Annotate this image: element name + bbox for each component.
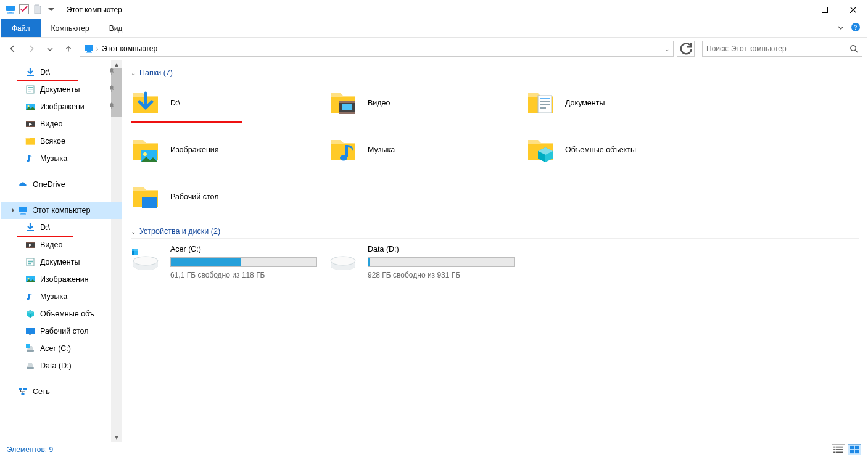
sidebar-item-label: Data (D:) bbox=[40, 361, 72, 370]
forward-button[interactable] bbox=[24, 41, 39, 56]
sidebar-item-label: Видео bbox=[40, 120, 63, 128]
folder-icon bbox=[131, 88, 160, 118]
drive-free-text: 61,1 ГБ свободно из 118 ГБ bbox=[170, 271, 317, 279]
folder-item[interactable]: Изображения bbox=[131, 133, 328, 167]
folder-item[interactable]: Музыка bbox=[328, 133, 526, 167]
sidebar-thispc-child[interactable]: Музыка bbox=[1, 288, 122, 305]
music-icon bbox=[25, 154, 35, 163]
view-large-icons-button[interactable] bbox=[848, 444, 861, 455]
qat-file-icon[interactable] bbox=[33, 4, 43, 16]
folders-group-header[interactable]: ⌄ Папки (7) bbox=[131, 66, 859, 80]
sidebar-item-label: Видео bbox=[40, 241, 63, 249]
folder-icon bbox=[25, 136, 35, 146]
folder-icon bbox=[328, 135, 358, 165]
main-content: ⌄ Папки (7) D:\ Видео Документы Изображе… bbox=[122, 60, 867, 442]
help-icon[interactable] bbox=[851, 23, 860, 33]
address-bar[interactable]: › Этот компьютер ⌄ bbox=[80, 41, 674, 57]
qat-properties-icon[interactable] bbox=[19, 4, 29, 16]
view-details-button[interactable] bbox=[832, 444, 845, 455]
ribbon-file-tab[interactable]: Файл bbox=[1, 19, 41, 37]
window-title: Этот компьютер bbox=[67, 6, 122, 14]
sidebar-item-label: Документы bbox=[40, 85, 80, 94]
ribbon-tab-view[interactable]: Вид bbox=[99, 19, 133, 37]
sidebar-thispc-child[interactable]: Рабочий стол bbox=[1, 323, 122, 340]
cube-icon bbox=[25, 309, 35, 319]
download-icon bbox=[25, 67, 35, 77]
folder-icon bbox=[328, 88, 358, 118]
doc-icon bbox=[25, 257, 35, 267]
network-icon bbox=[18, 387, 28, 397]
drives-group-header[interactable]: ⌄ Устройства и диски (2) bbox=[131, 224, 859, 239]
sidebar-quick-item[interactable]: Видео bbox=[1, 115, 122, 133]
sidebar-thispc-child[interactable]: Видео bbox=[1, 236, 122, 253]
qat-thispc-icon[interactable] bbox=[6, 4, 15, 16]
sidebar-thispc-child[interactable]: Изображения bbox=[1, 271, 122, 288]
drive-icon bbox=[25, 361, 35, 371]
sidebar: ▴ ▾ D:\ Документы Изображени Видео Всяко… bbox=[1, 60, 122, 442]
sidebar-item-label: Сеть bbox=[33, 387, 50, 396]
sidebar-quick-item[interactable]: Всякое bbox=[1, 133, 122, 150]
scroll-down-icon[interactable]: ▾ bbox=[111, 433, 122, 442]
folder-item[interactable]: Видео bbox=[328, 86, 526, 120]
drive-usage-bar bbox=[170, 257, 317, 267]
sidebar-quick-item[interactable]: Изображени bbox=[1, 98, 122, 115]
sidebar-quick-item[interactable]: Музыка bbox=[1, 150, 122, 167]
thispc-icon bbox=[84, 44, 94, 54]
search-input[interactable] bbox=[706, 44, 849, 53]
doc-icon bbox=[25, 84, 35, 94]
back-button[interactable] bbox=[6, 41, 20, 56]
video-icon bbox=[25, 119, 35, 129]
drive-icon bbox=[131, 245, 160, 274]
drive-free-text: 928 ГБ свободно из 931 ГБ bbox=[368, 271, 515, 279]
sidebar-thispc-child[interactable]: Объемные объ bbox=[1, 305, 122, 323]
folder-item[interactable]: Рабочий стол bbox=[131, 180, 328, 213]
sidebar-item-label: D:\ bbox=[40, 223, 50, 232]
folder-label: Изображения bbox=[170, 146, 219, 154]
sidebar-thispc-child[interactable]: Документы bbox=[1, 253, 122, 271]
sidebar-network[interactable]: Сеть bbox=[1, 383, 122, 400]
drive-item[interactable]: Data (D:) 928 ГБ свободно из 931 ГБ bbox=[328, 245, 526, 279]
annotation-underline bbox=[131, 121, 242, 123]
status-bar: Элементов: 9 bbox=[1, 442, 867, 456]
refresh-button[interactable] bbox=[677, 41, 695, 57]
titlebar-separator bbox=[60, 4, 60, 15]
sidebar-thispc-child[interactable]: D:\ bbox=[1, 219, 122, 236]
folder-item[interactable]: Документы bbox=[526, 86, 723, 120]
folder-icon bbox=[526, 135, 555, 165]
chevron-right-icon: › bbox=[96, 46, 98, 52]
sidebar-item-label: Acer (C:) bbox=[40, 344, 71, 353]
breadcrumb-root[interactable]: › bbox=[84, 44, 98, 54]
qat-dropdown-icon[interactable] bbox=[46, 4, 56, 16]
sidebar-thispc-child[interactable]: Acer (C:) bbox=[1, 340, 122, 357]
desktop-icon bbox=[25, 326, 35, 336]
ribbon-collapse-icon[interactable] bbox=[837, 23, 845, 33]
up-button[interactable] bbox=[61, 41, 76, 56]
search-box[interactable] bbox=[702, 41, 862, 57]
sidebar-quick-item[interactable]: D:\ bbox=[1, 64, 122, 81]
drive-c-icon bbox=[25, 344, 35, 353]
window-close-button[interactable] bbox=[839, 1, 867, 19]
sidebar-thispc[interactable]: Этот компьютер bbox=[1, 202, 122, 219]
folder-item[interactable]: D:\ bbox=[131, 86, 328, 120]
breadcrumb-label: Этот компьютер bbox=[102, 44, 157, 53]
pin-icon bbox=[107, 84, 117, 96]
recent-locations-button[interactable] bbox=[43, 41, 57, 56]
sidebar-item-label: Музыка bbox=[40, 292, 67, 301]
chevron-down-icon[interactable]: ⌄ bbox=[664, 46, 669, 52]
folder-item[interactable]: Объемные объекты bbox=[526, 133, 723, 167]
chevron-down-icon: ⌄ bbox=[131, 70, 136, 76]
drive-item[interactable]: Acer (C:) 61,1 ГБ свободно из 118 ГБ bbox=[131, 245, 328, 279]
window-maximize-button[interactable] bbox=[811, 1, 839, 19]
sidebar-onedrive[interactable]: OneDrive bbox=[1, 176, 122, 193]
folders-group-label: Папки (7) bbox=[139, 68, 173, 77]
drives-group: ⌄ Устройства и диски (2) Acer (C:) 61,1 … bbox=[131, 224, 859, 279]
breadcrumb-location[interactable]: Этот компьютер bbox=[102, 44, 157, 53]
sidebar-quick-item[interactable]: Документы bbox=[1, 81, 122, 98]
sidebar-item-label: Объемные объ bbox=[40, 310, 94, 318]
drive-name: Data (D:) bbox=[368, 245, 515, 253]
folder-label: Рабочий стол bbox=[170, 192, 218, 201]
ribbon-tab-computer[interactable]: Компьютер bbox=[41, 19, 99, 37]
window-minimize-button[interactable] bbox=[782, 1, 811, 19]
folder-icon bbox=[131, 135, 160, 165]
sidebar-thispc-child[interactable]: Data (D:) bbox=[1, 357, 122, 374]
